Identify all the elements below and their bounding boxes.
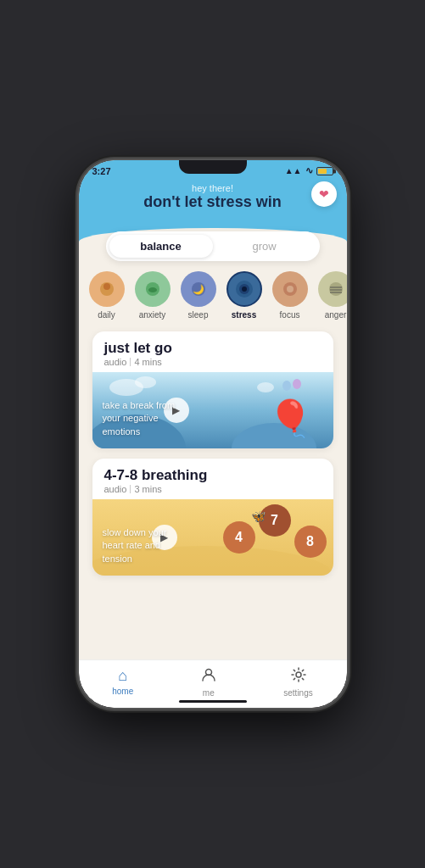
category-stress[interactable]: stress xyxy=(226,271,262,320)
card2-text-overlay: slow down your heart rate and tension xyxy=(103,526,187,565)
card-just-let-go-type: audio xyxy=(104,357,127,367)
category-anxiety-icon xyxy=(135,271,171,307)
category-focus[interactable]: focus xyxy=(272,271,308,320)
content-area: just let go audio 4 mins xyxy=(79,325,347,659)
notch xyxy=(179,160,247,174)
card-breathing: 4-7-8 breathing audio 3 mins xyxy=(92,459,333,576)
category-anger-icon xyxy=(318,271,347,307)
svg-point-11 xyxy=(329,282,343,296)
card-breathing-visual[interactable]: 4 7 8 🦋 xyxy=(92,499,333,576)
card-just-let-go-sep xyxy=(130,358,131,366)
phone-frame: 3:27 ▲▲ ∿ ❤ hey there! don't let stress … xyxy=(77,159,349,709)
nav-home[interactable]: ⌂ home xyxy=(112,667,133,698)
card-just-let-go-duration: 4 mins xyxy=(134,357,161,367)
wifi-icon: ∿ xyxy=(305,165,313,176)
card-just-let-go-title: just let go xyxy=(104,340,322,357)
card-just-let-go-meta: audio 4 mins xyxy=(104,357,322,367)
me-icon xyxy=(201,667,216,687)
status-time: 3:27 xyxy=(92,166,111,176)
signal-icon: ▲▲ xyxy=(285,166,302,175)
category-focus-label: focus xyxy=(280,310,300,320)
category-daily[interactable]: daily xyxy=(89,271,125,320)
svg-point-1 xyxy=(103,283,110,290)
card1-background: 🎈 ▶ take a break from your negative emot… xyxy=(92,372,333,448)
card-breathing-sep xyxy=(130,485,131,493)
app-container: 3:27 ▲▲ ∿ ❤ hey there! don't let stress … xyxy=(79,160,347,708)
card-breathing-title: 4-7-8 breathing xyxy=(104,467,322,484)
breathing-numbers: 4 7 8 xyxy=(223,504,327,558)
battery-fill xyxy=(318,169,327,174)
nav-me-label: me xyxy=(203,688,215,698)
phone-screen: 3:27 ▲▲ ∿ ❤ hey there! don't let stress … xyxy=(79,160,347,708)
card-breathing-type: audio xyxy=(104,484,127,494)
category-sleep[interactable]: 🌙 sleep xyxy=(181,271,216,320)
svg-point-8 xyxy=(242,287,247,292)
nav-settings-label: settings xyxy=(283,688,312,698)
category-stress-label: stress xyxy=(232,310,256,320)
header-greeting: hey there! xyxy=(92,183,333,193)
svg-point-16 xyxy=(296,672,301,677)
card-breathing-meta: audio 3 mins xyxy=(104,484,322,494)
category-stress-icon xyxy=(226,271,262,307)
card-breathing-duration: 3 mins xyxy=(134,484,161,494)
status-icons: ▲▲ ∿ xyxy=(285,165,333,176)
tabs-container: balance grow xyxy=(106,231,320,261)
card-just-let-go-visual[interactable]: 🎈 ▶ take a break from your negative emot… xyxy=(92,372,333,448)
breathing-number-4: 4 xyxy=(223,521,255,554)
home-icon: ⌂ xyxy=(118,667,127,685)
settings-icon xyxy=(291,667,306,687)
category-sleep-icon: 🌙 xyxy=(181,271,216,307)
card-breathing-info: 4-7-8 breathing audio 3 mins xyxy=(92,459,333,499)
nav-me[interactable]: me xyxy=(201,667,216,698)
card-just-let-go-info: just let go audio 4 mins xyxy=(92,331,333,372)
card2-background: 4 7 8 🦋 xyxy=(92,499,333,576)
breathing-number-8: 8 xyxy=(294,526,327,558)
svg-point-3 xyxy=(148,287,157,292)
home-indicator xyxy=(179,700,247,703)
category-anxiety-label: anxiety xyxy=(139,310,166,320)
battery-icon xyxy=(316,167,333,175)
svg-point-10 xyxy=(287,286,294,292)
nav-settings[interactable]: settings xyxy=(283,667,312,698)
category-daily-icon xyxy=(89,271,125,307)
tab-grow[interactable]: grow xyxy=(213,235,316,258)
balloon-emoji: 🎈 xyxy=(268,401,312,437)
card-just-let-go: just let go audio 4 mins xyxy=(92,331,333,448)
category-daily-label: daily xyxy=(98,310,115,320)
card1-text-overlay: take a break from your negative emotions xyxy=(103,399,187,438)
header: ❤ hey there! don't let stress win xyxy=(79,180,347,228)
categories-scroll: daily anxiety 🌙 sleep xyxy=(79,261,347,325)
category-sleep-label: sleep xyxy=(188,310,209,320)
category-anger[interactable]: anger xyxy=(318,271,347,320)
nav-home-label: home xyxy=(112,687,133,696)
header-title: don't let stress win xyxy=(92,193,333,211)
category-anger-label: anger xyxy=(325,310,347,320)
category-focus-icon xyxy=(272,271,308,307)
tab-balance[interactable]: balance xyxy=(109,235,213,258)
svg-text:🌙: 🌙 xyxy=(193,283,204,295)
butterfly-icon: 🦋 xyxy=(251,509,266,523)
category-anxiety[interactable]: anxiety xyxy=(135,271,171,320)
